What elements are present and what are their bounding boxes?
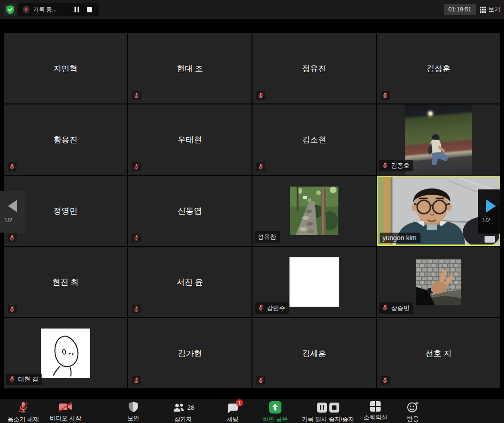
participant-label: 대현 김 [6,374,42,385]
mic-muted-icon [256,91,265,100]
security-shield-icon[interactable] [4,3,17,16]
participants-icon [172,403,185,413]
participant-name: 김성훈 [377,33,500,103]
mic-muted-icon [8,305,17,313]
participant-name: 강민주 [267,304,285,312]
breakout-rooms-button[interactable]: 소회의실 [361,401,390,422]
mic-muted-icon [132,376,141,385]
participant-name: 김소현 [252,104,376,175]
meeting-timer: 01:19:51 [444,4,476,15]
person-sitting-silhouette [418,131,456,175]
next-page-button[interactable]: 1/2 [478,189,504,234]
prev-page-button[interactable]: 1/2 [0,191,25,233]
security-button[interactable]: 보안 [120,401,147,423]
participant-tile[interactable]: 대현 김 [4,318,127,388]
participant-tile[interactable]: 강민주 [252,247,376,317]
reactions-smiley-icon [407,401,419,413]
unmute-label: 음소거 해제 [8,415,39,423]
doodle-face [41,329,90,378]
participant-tile[interactable]: 선호 지 [377,318,500,388]
participant-tile[interactable]: 현진 최 [4,247,127,317]
participant-name: 장승민 [391,304,410,312]
reactions-button[interactable]: 반응 [401,401,425,423]
participant-name: 김세훈 [252,318,376,388]
mic-muted-icon [258,304,264,312]
participant-tile[interactable]: 황용진 [4,104,127,175]
video-thumbnail-forest-path [290,187,338,235]
record-pause-stop-button[interactable]: 기록 일시 중지/중지 [299,401,357,423]
arrow-right-icon [486,199,496,213]
mic-muted-icon [132,91,141,100]
mic-muted-icon [256,376,265,385]
participant-name: 김가현 [128,318,252,388]
page-indicator: 1/2 [0,217,12,224]
unmute-button[interactable]: 음소거 해제 [2,401,45,423]
page-indicator: 1/2 [478,217,490,224]
mic-muted-icon [132,305,141,313]
stop-icon [87,7,92,12]
participants-button[interactable]: 28 참가자 [166,401,200,423]
breakout-rooms-label: 소회의실 [364,414,387,422]
participant-tile[interactable]: 서진 윤 [128,247,252,317]
stop-recording-button[interactable] [85,6,94,13]
video-thumbnail-hand-on-pavement [416,259,461,305]
mic-muted-icon [256,162,265,171]
participant-tile[interactable]: 김종호 [377,104,500,175]
pause-recording-button[interactable] [73,6,81,13]
pause-recording-icon [317,403,327,413]
mic-muted-icon [382,162,388,170]
participant-tile[interactable]: 우태현 [128,104,252,175]
stop-recording-icon [329,403,339,413]
gallery-grid-icon [480,7,486,13]
participant-tile[interactable]: 정유진 [252,33,376,103]
participant-name: 대현 김 [18,375,38,384]
record-label: 기록 일시 중지/중지 [302,415,354,423]
participant-name: yungon kim [383,234,417,242]
start-video-label: 비디오 시작 [50,414,81,423]
start-video-button[interactable]: 비디오 시작 [44,401,87,423]
share-screen-button[interactable]: 화면 공유 [256,401,294,423]
participant-name: 김종호 [391,161,410,170]
share-screen-icon [269,401,281,414]
participant-name: 우태현 [128,104,252,175]
chat-unread-badge: 1 [236,399,243,406]
participant-label: 장승민 [379,302,413,314]
participant-name: 현대 조 [128,33,252,103]
view-button[interactable]: 보기 [480,4,500,15]
bottom-toolbar: 음소거 해제 비디오 시작 보안 [0,399,504,423]
security-shield-icon [128,401,139,413]
participant-tile[interactable]: 김소현 [252,104,376,175]
participant-grid: 지민혁 현대 조 정유진 김성훈 황용진 [4,33,500,388]
share-screen-label: 화면 공유 [262,415,288,423]
top-bar: 기록 중... 01:19:51 보 [0,0,504,19]
camera-off-icon [58,401,73,413]
participant-label: 성유찬 [255,231,280,243]
mic-muted-icon [132,162,141,171]
participant-tile[interactable]: 장승민 [377,247,500,317]
reactions-label: 반응 [407,415,419,423]
arrow-left-icon [8,200,17,212]
participant-name: 서진 윤 [128,247,252,317]
chat-button[interactable]: 1 채팅 [219,401,246,423]
participant-tile[interactable]: 지민혁 [4,33,127,103]
participant-label: 강민주 [255,302,289,314]
participant-tile[interactable]: 김세훈 [252,318,376,388]
mic-muted-icon [382,304,388,312]
participant-label: yungon kim [380,233,420,243]
participant-tile[interactable]: 신동엽 [128,176,252,246]
video-thumbnail-face-drawing [41,329,90,378]
participant-tile[interactable]: 성유찬 [252,176,376,246]
recording-label: 기록 중... [33,6,56,14]
participant-name: 선호 지 [377,318,500,388]
mic-muted-icon [8,234,17,242]
participant-tile[interactable]: 현대 조 [128,33,252,103]
mic-muted-icon [9,376,15,384]
participant-tile[interactable]: 김성훈 [377,33,500,103]
security-label: 보안 [128,414,140,423]
participant-name: 현진 최 [4,247,127,317]
mic-muted-icon [8,162,17,171]
chat-label: 채팅 [227,415,239,423]
participant-tile[interactable]: 김가현 [128,318,252,388]
recording-indicator: 기록 중... [18,3,99,16]
mic-muted-icon [18,401,29,414]
